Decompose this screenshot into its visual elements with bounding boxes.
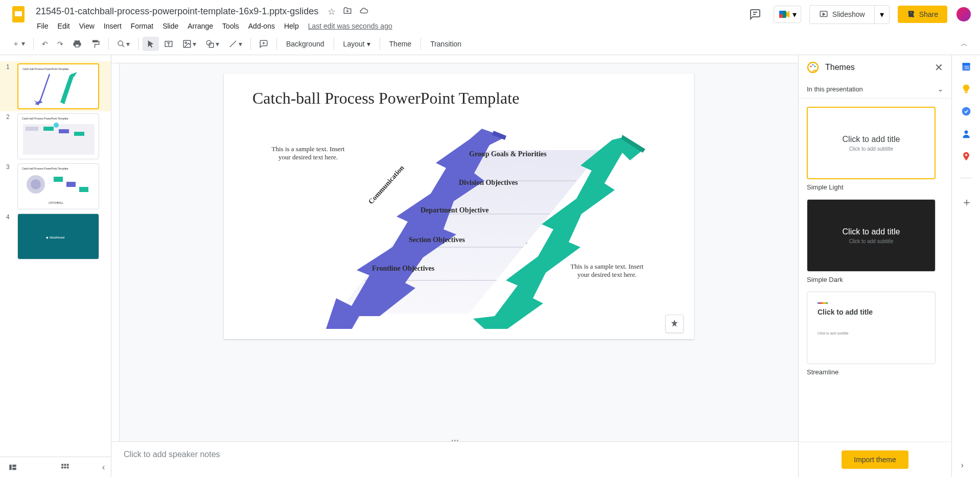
meet-button[interactable]: ▾ [774, 6, 801, 23]
collapse-toolbar-icon[interactable]: ︿ [956, 36, 972, 52]
svg-text:◆ SlideModel: ◆ SlideModel [46, 236, 64, 239]
last-edit-link[interactable]: Last edit was seconds ago [304, 20, 396, 32]
svg-rect-23 [66, 182, 76, 187]
filmstrip-view-icon[interactable] [8, 463, 17, 472]
svg-text:31: 31 [964, 65, 969, 70]
step-5[interactable]: Frontline Objectives [372, 265, 434, 273]
import-theme-button[interactable]: Import theme [842, 450, 908, 469]
speaker-notes[interactable]: Click to add speaker notes [111, 441, 798, 477]
maps-icon[interactable] [961, 151, 971, 161]
svg-rect-43 [12, 464, 16, 467]
toolbar: ＋ ▾ ↶ ↷ ▾ ▾ ▾ ▾ Background Layout ▾ Them… [0, 33, 980, 55]
share-label: Share [919, 10, 938, 18]
svg-point-39 [962, 107, 970, 116]
svg-rect-38 [965, 92, 967, 93]
svg-rect-44 [12, 467, 16, 470]
menu-tools[interactable]: Tools [218, 20, 243, 32]
menu-view[interactable]: View [75, 20, 99, 32]
slideshow-button[interactable]: Slideshow ▾ [809, 5, 890, 24]
line-tool[interactable]: ▾ [224, 36, 246, 52]
svg-rect-13 [209, 43, 213, 47]
background-button[interactable]: Background [281, 37, 330, 51]
user-avatar[interactable] [955, 6, 972, 22]
step-4[interactable]: Section Objectives [409, 236, 465, 244]
app-header: 21545-01-catchball-process-powerpoint-te… [0, 0, 980, 33]
cloud-icon[interactable] [359, 6, 368, 17]
slides-logo[interactable] [8, 4, 29, 25]
chevron-down-icon: ⌄ [938, 85, 943, 93]
collapse-filmstrip-icon[interactable]: ‹ [102, 463, 105, 472]
menu-edit[interactable]: Edit [54, 20, 74, 32]
notes-drag-handle[interactable] [445, 440, 465, 444]
paint-format-button[interactable] [87, 36, 104, 52]
move-icon[interactable] [343, 6, 352, 17]
notes-placeholder: Click to add speaker notes [124, 450, 786, 459]
themes-section-toggle[interactable]: In this presentation ⌄ [799, 80, 951, 99]
calendar-icon[interactable]: 31 [961, 61, 971, 71]
themes-list[interactable]: Click to add title Click to add subtitle… [799, 99, 951, 442]
star-icon[interactable]: ☆ [328, 6, 336, 17]
menu-addons[interactable]: Add-ons [244, 20, 279, 32]
ruler-horizontal [111, 55, 798, 63]
contacts-icon[interactable] [961, 129, 971, 139]
menu-slide[interactable]: Slide [158, 20, 182, 32]
undo-button[interactable]: ↶ [38, 37, 52, 51]
thumb-1[interactable]: 1 Catch-ball Process PowerPoint Template [0, 61, 111, 111]
step-3[interactable]: Department Objective [421, 206, 488, 214]
share-button[interactable]: Share [898, 6, 947, 23]
hide-sidepanel-icon[interactable]: › [961, 461, 971, 471]
title-area: 21545-01-catchball-process-powerpoint-te… [33, 4, 745, 32]
doc-title[interactable]: 21545-01-catchball-process-powerpoint-te… [33, 5, 321, 18]
svg-text:CATCHBALL: CATCHBALL [49, 201, 63, 204]
slide-title[interactable]: Catch-ball Process PowerPoint Template [252, 89, 519, 108]
zoom-button[interactable]: ▾ [113, 37, 134, 51]
layout-button[interactable]: Layout ▾ [338, 37, 376, 51]
svg-rect-18 [74, 132, 84, 136]
step-1[interactable]: Group Goals & Priorities [469, 150, 547, 158]
svg-rect-47 [67, 464, 69, 466]
redo-button[interactable]: ↷ [53, 37, 67, 51]
theme-streamline[interactable]: Click to add title Click to add subtitle… [807, 292, 943, 376]
theme-button[interactable]: Theme [384, 37, 417, 51]
thumb-4[interactable]: 4 ◆ SlideModel [0, 211, 111, 261]
canvas-scroll[interactable]: Catch-ball Process PowerPoint Template T… [120, 63, 798, 441]
svg-rect-48 [61, 466, 63, 468]
new-slide-button[interactable]: ＋ ▾ [8, 36, 29, 52]
svg-point-32 [810, 66, 812, 67]
theme-simple-dark[interactable]: Click to add title Click to add subtitle… [807, 199, 943, 283]
menu-insert[interactable]: Insert [100, 20, 126, 32]
comments-icon[interactable] [745, 4, 765, 25]
comment-tool[interactable] [255, 36, 272, 52]
thumb-3[interactable]: 3 Catch-ball Process PowerPoint Template… [0, 161, 111, 211]
print-button[interactable] [68, 36, 86, 52]
svg-rect-1 [15, 11, 22, 16]
svg-rect-24 [79, 187, 88, 192]
menu-help[interactable]: Help [280, 20, 303, 32]
menu-format[interactable]: Format [127, 20, 157, 32]
svg-rect-17 [59, 129, 69, 133]
slideshow-dropdown[interactable]: ▾ [874, 6, 889, 23]
keep-icon[interactable] [961, 84, 971, 94]
current-slide[interactable]: Catch-ball Process PowerPoint Template T… [224, 74, 694, 339]
menu-file[interactable]: File [33, 20, 53, 32]
textbox-tool[interactable] [160, 36, 177, 52]
side-panel: 31 ＋ › [951, 55, 980, 477]
main-area: 1 Catch-ball Process PowerPoint Template… [0, 55, 980, 477]
transition-button[interactable]: Transition [425, 37, 466, 51]
slide-filmstrip[interactable]: 1 Catch-ball Process PowerPoint Template… [0, 55, 111, 477]
grid-view-icon[interactable] [60, 463, 69, 472]
select-tool[interactable] [143, 37, 159, 51]
shape-tool[interactable]: ▾ [201, 36, 223, 52]
addons-icon[interactable]: ＋ [961, 195, 971, 205]
thumb-2[interactable]: 2 Catch-ball Process PowerPoint Template [0, 111, 111, 161]
theme-simple-light[interactable]: Click to add title Click to add subtitle… [807, 107, 943, 191]
image-tool[interactable]: ▾ [178, 36, 200, 52]
explore-button[interactable] [665, 315, 684, 333]
menu-arrange[interactable]: Arrange [183, 20, 217, 32]
svg-rect-46 [64, 464, 66, 466]
svg-point-8 [118, 41, 123, 45]
step-2[interactable]: Division Objectives [459, 179, 518, 187]
close-icon[interactable]: ✕ [935, 61, 943, 74]
tasks-icon[interactable] [961, 106, 971, 116]
svg-point-34 [814, 66, 816, 67]
